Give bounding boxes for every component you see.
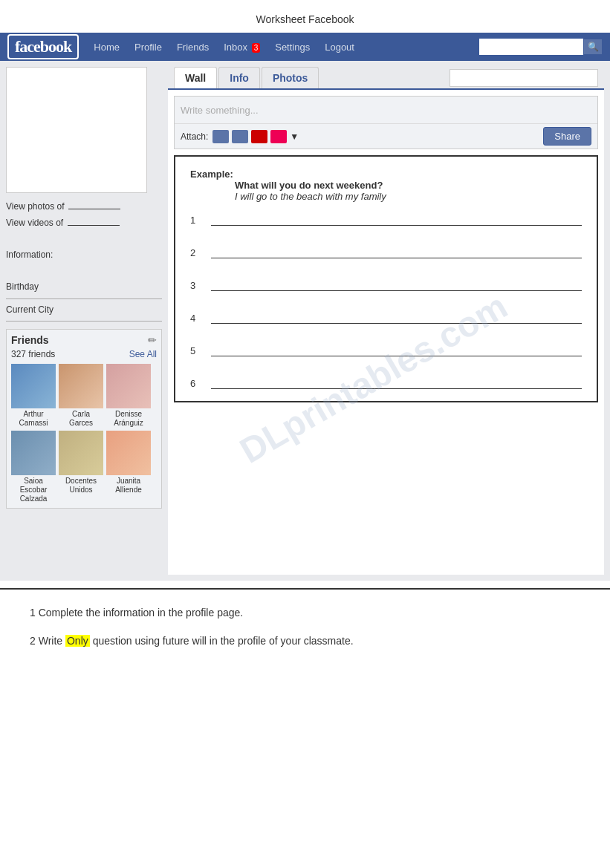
inbox-badge: 3 xyxy=(252,43,261,53)
see-all-link[interactable]: See All xyxy=(129,349,157,359)
line-number: 2 xyxy=(190,247,205,258)
profile-picture xyxy=(6,67,147,193)
exercise-line-1: 1 xyxy=(190,211,582,226)
instruction-2: 2 Write Only question using future will … xyxy=(30,633,580,649)
friend-name: DocentesUnidos xyxy=(59,477,103,495)
exercise-line-2: 2 xyxy=(190,244,582,258)
music-attach-icon[interactable] xyxy=(270,130,287,143)
attach-dropdown[interactable]: ▼ xyxy=(290,131,299,142)
answer-blank[interactable] xyxy=(211,374,582,389)
exercise-box: Example: What will you do next weekend? … xyxy=(174,155,598,402)
current-city-label: Current City xyxy=(6,302,162,319)
birthday-label: Birthday xyxy=(6,279,162,296)
friend-name: DenisseAránguiz xyxy=(106,410,151,428)
instructions-section: 1 Complete the information in the profil… xyxy=(0,588,610,676)
answer-blank[interactable] xyxy=(211,244,582,258)
friend-thumb xyxy=(11,431,56,475)
write-box: Write something... Attach: ▼ Share xyxy=(174,96,598,149)
facebook-navbar: facebook Home Profile Friends Inbox 3 Se… xyxy=(0,33,610,61)
exercise-line-3: 3 xyxy=(190,276,582,291)
example-question: What will you do next weekend? xyxy=(235,180,582,191)
friend-name: JuanitaAlliende xyxy=(106,477,151,495)
view-photos-label: View photos of xyxy=(6,199,162,215)
list-item: JuanitaAlliende xyxy=(106,431,151,503)
home-link[interactable]: Home xyxy=(86,42,127,53)
friends-link[interactable]: Friends xyxy=(169,42,216,53)
friend-name: CarlaGarces xyxy=(59,410,103,428)
example-label: Example: xyxy=(190,169,233,180)
line-number: 3 xyxy=(190,280,205,291)
friends-header: Friends ✏ xyxy=(11,334,157,346)
line-number: 4 xyxy=(190,313,205,324)
facebook-logo: facebook xyxy=(7,34,79,59)
tab-search-area xyxy=(450,69,598,87)
photo-attach-icon[interactable] xyxy=(212,130,229,143)
list-item: DocentesUnidos xyxy=(59,431,103,503)
edit-icon[interactable]: ✏ xyxy=(148,334,157,346)
sidebar-info: View photos of View videos of Informatio… xyxy=(6,199,162,322)
answer-blank[interactable] xyxy=(211,309,582,324)
answer-blank[interactable] xyxy=(211,342,582,356)
page-title: Worksheet Facebook xyxy=(0,0,610,33)
share-button[interactable]: Share xyxy=(543,127,591,146)
friend-name: SaioaEscobarCalzada xyxy=(11,477,56,503)
answer-blank[interactable] xyxy=(211,276,582,291)
settings-link[interactable]: Settings xyxy=(267,42,317,53)
facebook-main: View photos of View videos of Informatio… xyxy=(0,61,610,581)
attach-label: Attach: xyxy=(181,131,208,142)
friends-grid: ArthurCamassi CarlaGarces DenisseArángui… xyxy=(11,364,157,503)
friend-thumb xyxy=(11,364,56,408)
exercise-line-6: 6 xyxy=(190,374,582,389)
inbox-link[interactable]: Inbox 3 xyxy=(216,42,267,53)
search-input[interactable] xyxy=(479,39,583,55)
instruction-2-suffix: question using future will in the profil… xyxy=(90,635,354,647)
tab-bar: Wall Info Photos xyxy=(168,67,604,90)
example-answer: I will go to the beach with my family xyxy=(235,191,582,202)
answer-blank[interactable] xyxy=(211,211,582,226)
search-button[interactable]: 🔍 xyxy=(583,39,603,55)
list-item: CarlaGarces xyxy=(59,364,103,428)
friends-section: Friends ✏ 327 friends See All ArthurCama… xyxy=(6,329,162,509)
link-attach-icon[interactable] xyxy=(251,130,267,143)
line-number: 6 xyxy=(190,378,205,389)
sidebar: View photos of View videos of Informatio… xyxy=(6,67,162,575)
profile-link[interactable]: Profile xyxy=(127,42,169,53)
wall-area: Write something... Attach: ▼ Share Exam xyxy=(168,90,604,414)
list-item: ArthurCamassi xyxy=(11,364,56,428)
friend-thumb xyxy=(106,364,151,408)
tab-info[interactable]: Info xyxy=(218,67,260,88)
friends-count-row: 327 friends See All xyxy=(11,349,157,359)
tab-wall[interactable]: Wall xyxy=(174,67,217,88)
list-item: SaioaEscobarCalzada xyxy=(11,431,56,503)
friend-name: ArthurCamassi xyxy=(11,410,56,428)
information-label: Information: xyxy=(6,247,162,264)
friends-title: Friends xyxy=(11,334,49,346)
line-number: 1 xyxy=(190,215,205,226)
instruction-1: 1 Complete the information in the profil… xyxy=(30,604,580,621)
friends-count: 327 friends xyxy=(11,349,55,359)
main-content: Wall Info Photos Write something... Atta… xyxy=(168,67,604,575)
instruction-2-highlight: Only xyxy=(65,635,90,647)
exercise-line-5: 5 xyxy=(190,342,582,356)
view-videos-label: View videos of xyxy=(6,215,162,232)
logout-link[interactable]: Logout xyxy=(317,42,362,53)
exercise-line-4: 4 xyxy=(190,309,582,324)
exercise-example: Example: What will you do next weekend? … xyxy=(190,169,582,202)
instruction-2-prefix: 2 Write xyxy=(30,635,65,647)
list-item: DenisseAránguiz xyxy=(106,364,151,428)
search-bar: 🔍 xyxy=(479,39,603,55)
write-something-placeholder[interactable]: Write something... xyxy=(175,97,597,123)
video-attach-icon[interactable] xyxy=(232,130,248,143)
tab-photos[interactable]: Photos xyxy=(262,67,319,88)
write-footer: Attach: ▼ Share xyxy=(175,123,597,149)
tab-search-input[interactable] xyxy=(450,69,598,87)
friend-thumb xyxy=(106,431,151,475)
line-number: 5 xyxy=(190,345,205,356)
friend-thumb xyxy=(59,364,103,408)
friend-thumb xyxy=(59,431,103,475)
